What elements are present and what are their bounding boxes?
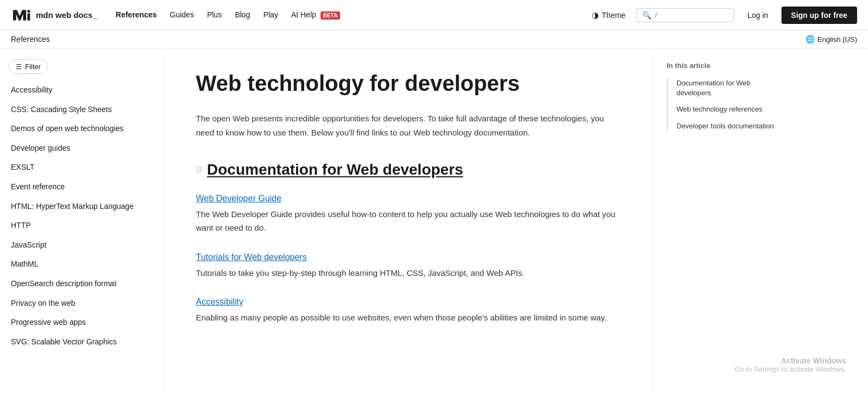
search-input[interactable] xyxy=(655,11,728,19)
sidebar-item-javascript[interactable]: JavaScript xyxy=(0,236,163,255)
section-heading-row: # Documentation for Web developers xyxy=(196,161,620,178)
site-logo[interactable]: mdn web docs_ xyxy=(11,8,97,23)
logo-text: mdn web docs_ xyxy=(36,10,97,20)
nav-right-actions: ◑ Theme 🔍 Log in Sign up for free xyxy=(586,7,857,24)
toc-item-1: Web technology references xyxy=(676,104,781,114)
login-button[interactable]: Log in xyxy=(740,8,775,23)
anchor-icon[interactable]: # xyxy=(196,163,202,177)
globe-icon: 🌐 xyxy=(805,35,815,44)
sidebar-item-opensearch[interactable]: OpenSearch description format xyxy=(0,274,163,294)
sidebar-item-pwa[interactable]: Progressive web apps xyxy=(0,313,163,332)
page-title: Web technology for developers xyxy=(196,70,620,96)
toc-item-2: Developer tools documentation xyxy=(676,121,781,131)
toc-title: In this article xyxy=(667,61,781,70)
sidebar-item-html[interactable]: HTML: HyperText Markup Language xyxy=(0,197,163,217)
article-desc-2: Enabling as many people as possible to u… xyxy=(196,311,620,325)
article-link-0[interactable]: Web Developer Guide xyxy=(196,194,620,203)
table-of-contents: In this article Documentation for Web de… xyxy=(653,48,795,391)
locale-label: English (US) xyxy=(817,35,857,44)
sidebar-items-list: Accessibility CSS: Cascading Style Sheet… xyxy=(0,81,163,351)
nav-guides[interactable]: Guides xyxy=(164,7,199,22)
nav-links: References Guides Plus Blog Play AI Help… xyxy=(110,7,573,23)
article-desc-0: The Web Developer Guide provides useful … xyxy=(196,208,620,235)
sidebar-item-exslt[interactable]: EXSLT xyxy=(0,158,163,177)
sidebar-item-privacy[interactable]: Privacy on the web xyxy=(0,294,163,313)
sidebar-filter-section: ☰ Filter xyxy=(0,55,163,81)
article-entry-2: Accessibility Enabling as many people as… xyxy=(196,297,620,325)
sidebar-item-developer-guides[interactable]: Developer guides xyxy=(0,139,163,158)
article-desc-1: Tutorials to take you step-by-step throu… xyxy=(196,267,620,280)
nav-references[interactable]: References xyxy=(110,7,163,22)
sidebar-item-css[interactable]: CSS: Cascading Style Sheets xyxy=(0,100,163,120)
toc-item-0: Documentation for Web developers xyxy=(676,78,781,98)
sidebar-item-mathml[interactable]: MathML xyxy=(0,255,163,274)
toc-list: Documentation for Web developers Web tec… xyxy=(667,78,781,131)
article-entry-1: Tutorials for Web developers Tutorials t… xyxy=(196,252,620,280)
search-icon: 🔍 xyxy=(642,11,651,20)
top-navigation: mdn web docs_ References Guides Plus Blo… xyxy=(0,0,868,30)
theme-label: Theme xyxy=(602,11,626,20)
theme-button[interactable]: ◑ Theme xyxy=(586,7,631,23)
logo-svg xyxy=(11,8,33,23)
filter-label: Filter xyxy=(25,63,41,71)
toc-link-1[interactable]: Web technology references xyxy=(676,104,781,114)
filter-icon: ☰ xyxy=(16,63,22,71)
article-link-2[interactable]: Accessibility xyxy=(196,297,620,307)
toc-link-0[interactable]: Documentation for Web developers xyxy=(676,78,781,98)
page-intro: The open Web presents incredible opportu… xyxy=(196,112,620,139)
nav-blog[interactable]: Blog xyxy=(230,7,256,22)
theme-icon: ◑ xyxy=(592,10,599,20)
toc-link-2[interactable]: Developer tools documentation xyxy=(676,121,781,131)
filter-button[interactable]: ☰ Filter xyxy=(9,59,48,74)
main-content: Web technology for developers The open W… xyxy=(163,48,653,391)
nav-plus[interactable]: Plus xyxy=(201,7,227,22)
search-box[interactable]: 🔍 xyxy=(636,8,734,22)
section-title: Documentation for Web developers xyxy=(207,161,463,178)
breadcrumb: References xyxy=(11,35,50,44)
beta-badge: BETA xyxy=(321,11,340,20)
article-entry-0: Web Developer Guide The Web Developer Gu… xyxy=(196,194,620,235)
sidebar-item-accessibility[interactable]: Accessibility xyxy=(0,81,163,100)
nav-aihelp[interactable]: AI Help BETA xyxy=(286,7,346,23)
sidebar-item-svg[interactable]: SVG: Scalable Vector Graphics xyxy=(0,332,163,352)
locale-selector[interactable]: 🌐 English (US) xyxy=(805,35,857,44)
sidebar-item-http[interactable]: HTTP xyxy=(0,216,163,236)
signup-button[interactable]: Sign up for free xyxy=(781,7,857,24)
sidebar-item-demos[interactable]: Demos of open web technologies xyxy=(0,119,163,139)
article-link-1[interactable]: Tutorials for Web developers xyxy=(196,252,620,262)
main-layout: ☰ Filter Accessibility CSS: Cascading St… xyxy=(0,48,868,391)
sidebar-item-event-reference[interactable]: Event reference xyxy=(0,177,163,197)
sidebar: ☰ Filter Accessibility CSS: Cascading St… xyxy=(0,48,163,391)
nav-play[interactable]: Play xyxy=(258,7,284,22)
sub-navigation: References 🌐 English (US) xyxy=(0,30,868,48)
